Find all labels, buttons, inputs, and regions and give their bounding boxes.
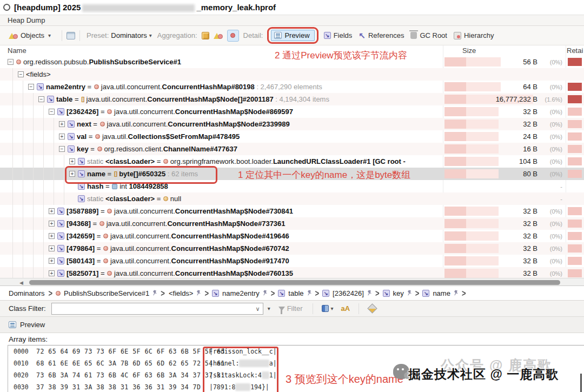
filter-dropdown-button[interactable]: ▾	[265, 303, 273, 314]
match-case-icon[interactable]: aA	[341, 304, 350, 313]
pin-icon[interactable]	[152, 289, 158, 297]
size-cell: 32 B(0%)	[443, 230, 566, 242]
tree-row[interactable]: +↘[342659] = java.util.concurrent.Concur…	[0, 230, 584, 242]
size-percent: (0%)	[550, 109, 562, 115]
breadcrumb-item[interactable]: ↘table	[277, 289, 304, 297]
breadcrumb-item[interactable]: <fields>	[168, 289, 195, 297]
field-icon: ↘	[212, 290, 219, 297]
field-icon: ↘	[78, 195, 85, 202]
toolbar-separator	[79, 30, 80, 41]
tree-row[interactable]: +↘[94368] = java.util.concurrent.Concurr…	[0, 217, 584, 230]
collapse-toggle-icon[interactable]: −	[8, 59, 14, 65]
tree-row[interactable]: −↘[2362426] = java.util.concurrent.Concu…	[0, 105, 584, 118]
tree-row[interactable]: −<fields>	[0, 68, 584, 81]
breadcrumb-item[interactable]: ↘[2362426]	[322, 289, 365, 297]
size-percent: (0%)	[550, 208, 562, 215]
expand-toggle-icon[interactable]: +	[59, 134, 65, 139]
aggregation-instances-button[interactable]	[227, 30, 239, 42]
tree-row[interactable]: +↘[5825071] = java.util.concurrent.Concu…	[0, 267, 584, 278]
collapse-toggle-icon[interactable]: −	[49, 109, 55, 115]
tree-row[interactable]: −↘name2entry = java.util.concurrent.Conc…	[0, 81, 584, 93]
detail-hierarchy-button[interactable]: Hierarchy	[454, 31, 494, 39]
scrollbar-thumb[interactable]	[29, 280, 560, 285]
collapse-toggle-icon[interactable]: −	[28, 84, 34, 90]
detail-fields-button[interactable]: ↘ Fields	[324, 31, 353, 39]
detail-references-button[interactable]: ↖ References	[359, 31, 404, 41]
preview-tab-header[interactable]: Preview	[0, 317, 584, 333]
aggregation-shapes-icon[interactable]	[214, 31, 223, 39]
size-percent: (0%)	[550, 84, 562, 90]
pin-icon[interactable]	[262, 289, 268, 297]
window-title: [heapdump] 2025_memory_leak.hprof	[14, 3, 276, 12]
tree-row[interactable]: ↘static <classLoader> = null-	[0, 192, 584, 205]
instance-icon	[16, 59, 21, 64]
expand-toggle-icon[interactable]: +	[49, 245, 55, 251]
size-cell: 32 B(0%)	[443, 105, 566, 118]
chevron-down-icon[interactable]: ▾	[149, 32, 152, 38]
expand-toggle-icon[interactable]: +	[69, 171, 75, 177]
aggregation-grid-icon[interactable]	[202, 32, 209, 39]
tree-row[interactable]: +↘[3587889] = java.util.concurrent.Concu…	[0, 205, 584, 217]
retained-bar	[568, 145, 582, 153]
chevron-right-icon: >	[161, 288, 165, 298]
retained-bar	[568, 170, 582, 178]
class-filter-input[interactable]: ∨	[51, 303, 263, 315]
scroll-left-icon[interactable]: ◀	[19, 280, 23, 285]
instance-icon	[95, 134, 100, 139]
combo-chevron-icon[interactable]: ∨	[256, 305, 260, 313]
breadcrumb: Dominators>PublishSubscribeService#1><fi…	[0, 286, 584, 301]
size-cell: 24 B(0%)	[443, 130, 566, 143]
horizontal-scrollbar[interactable]: ◀	[0, 278, 584, 286]
field-icon: ↘	[322, 290, 329, 297]
tab-heap-dump[interactable]: Heap Dump	[8, 16, 45, 24]
pin-icon[interactable]	[196, 289, 202, 297]
collapse-toggle-icon[interactable]: −	[18, 71, 24, 77]
int-icon	[112, 184, 117, 189]
column-header-name[interactable]: Name	[8, 46, 26, 55]
detail-gc-root-button[interactable]: GC Root	[410, 31, 447, 39]
pin-icon[interactable]	[307, 289, 313, 297]
preset-dropdown[interactable]: Dominators	[111, 31, 147, 39]
tree-row[interactable]: +↘[479864] = java.util.concurrent.Concur…	[0, 242, 584, 255]
pin-icon[interactable]	[407, 289, 413, 297]
instance-icon	[56, 291, 61, 296]
annotation-step2: 2 通过Preview预览该字节流内容	[275, 49, 407, 62]
breadcrumb-item[interactable]: ↘key	[382, 289, 405, 297]
hex-row: 001068 61 6E 6E 65 6C 3A 7B 6D 65 6D 62 …	[8, 357, 584, 369]
instance-icon	[103, 234, 108, 238]
size-value: 80 B	[523, 170, 537, 178]
shapes-icon[interactable]	[368, 303, 377, 313]
expand-toggle-icon[interactable]: +	[69, 158, 75, 164]
tree-row[interactable]: −↘key = org.redisson.client.ChannelName#…	[0, 143, 584, 155]
column-header-size[interactable]: Size	[462, 46, 476, 55]
breadcrumb-item[interactable]: ↘name2entry	[211, 289, 261, 297]
breadcrumb-item[interactable]: ↘name	[422, 289, 452, 297]
breadcrumb-item[interactable]: Dominators	[8, 289, 45, 297]
tree-row[interactable]: +↘[580143] = java.util.concurrent.Concur…	[0, 255, 584, 267]
collapse-toggle-icon[interactable]: −	[38, 96, 44, 102]
detail-preview-button[interactable]: Preview	[271, 30, 314, 41]
column-header-retained[interactable]: Retai	[567, 46, 583, 55]
expand-toggle-icon[interactable]: +	[49, 221, 55, 227]
funnel-icon[interactable]	[278, 307, 285, 311]
tree-row[interactable]: +↘next = java.util.concurrent.Concurrent…	[0, 118, 584, 130]
vertical-scrollbar-thumb[interactable]	[580, 374, 582, 392]
breadcrumb-item[interactable]: PublishSubscribeService#1	[55, 289, 150, 297]
pin-icon[interactable]	[367, 289, 373, 297]
tree-row[interactable]: −↘table = []java.util.concurrent.Concurr…	[0, 93, 584, 105]
filter-button[interactable]: Filter	[287, 304, 303, 313]
collapse-toggle-icon[interactable]: −	[59, 146, 65, 152]
expand-toggle-icon[interactable]: +	[49, 258, 55, 264]
objects-button[interactable]: Objects▾	[9, 31, 54, 39]
expand-toggle-icon[interactable]: +	[49, 233, 55, 239]
tree-row[interactable]: +↘val = java.util.Collections$SetFromMap…	[0, 130, 584, 143]
chevron-down-icon[interactable]: ▾	[331, 305, 334, 311]
pin-icon[interactable]	[453, 289, 459, 297]
size-cell: 32 B(0%)	[443, 242, 566, 255]
columns-icon[interactable]	[322, 305, 329, 312]
expand-toggle-icon[interactable]: +	[59, 121, 65, 127]
retained-bar	[568, 220, 582, 228]
view-settings-icon[interactable]	[67, 32, 75, 39]
expand-toggle-icon[interactable]: +	[49, 208, 55, 214]
expand-toggle-icon[interactable]: +	[49, 270, 55, 276]
